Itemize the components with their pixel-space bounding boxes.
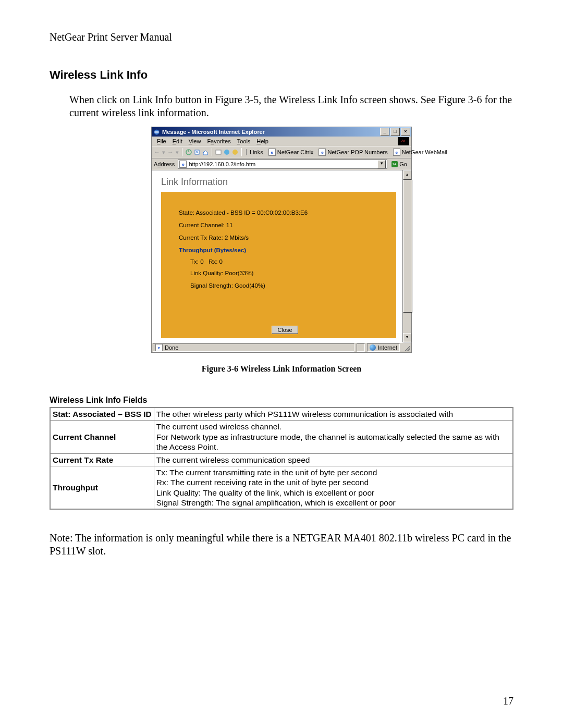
forward-button[interactable]: →: [167, 148, 174, 156]
field-label: Throughput: [50, 466, 154, 509]
vertical-scrollbar[interactable]: ▴ ▾: [402, 170, 411, 342]
page-icon: e: [268, 149, 276, 156]
status-message: e Done: [153, 343, 354, 352]
ie-brand-icon: [398, 137, 409, 145]
ie-menubar: File Edit View Favorites Tools Help: [152, 137, 411, 146]
menu-view[interactable]: View: [186, 138, 204, 144]
page-icon: e: [155, 344, 163, 351]
menu-help[interactable]: Help: [253, 138, 272, 144]
minimize-button[interactable]: _: [380, 128, 389, 136]
address-url: http://192.160.0.2/info.htm: [189, 161, 375, 167]
globe-icon: [370, 344, 376, 351]
field-desc: Tx: The current transmitting rate in the…: [154, 466, 513, 509]
maximize-button[interactable]: □: [390, 128, 400, 136]
go-button[interactable]: ↪ Go: [389, 160, 409, 168]
menu-file[interactable]: File: [154, 138, 169, 144]
signal-strength-line: Signal Strength: Good(40%): [179, 282, 391, 289]
table-row: Stat: Associated – BSS ID The other wire…: [50, 408, 513, 421]
home-button[interactable]: [202, 148, 209, 156]
ie-app-icon: [153, 128, 160, 135]
svg-point-7: [232, 150, 238, 155]
menu-favorites[interactable]: Favorites: [204, 138, 234, 144]
stop-button[interactable]: [186, 148, 192, 156]
close-button[interactable]: Close: [272, 326, 298, 334]
page-icon: e: [393, 149, 400, 156]
ie-window-title: Message - Microsoft Internet Explorer: [162, 129, 265, 135]
field-label: Current Tx Rate: [50, 453, 154, 466]
document-header: NetGear Print Server Manual: [50, 31, 513, 43]
page-body: Link Information State: Associated - BSS…: [152, 170, 402, 342]
page-icon: e: [319, 149, 326, 156]
scroll-down-button[interactable]: ▾: [403, 333, 411, 342]
status-zone: Internet: [367, 343, 400, 352]
close-window-button[interactable]: ×: [401, 128, 410, 136]
go-arrow-icon: ↪: [391, 161, 398, 167]
scroll-thumb[interactable]: [403, 180, 412, 313]
menu-tools[interactable]: Tools: [234, 138, 254, 144]
history-button[interactable]: [232, 148, 238, 156]
page-heading: Link Information: [161, 177, 396, 188]
status-spacer: [357, 343, 365, 352]
field-desc: The current wireless communication speed: [154, 453, 513, 466]
svg-rect-5: [216, 150, 221, 154]
ie-titlebar: Message - Microsoft Internet Explorer _ …: [152, 127, 411, 137]
field-desc: The other wireless party which PS111W wi…: [154, 408, 513, 421]
table-row: Throughput Tx: The current transmitting …: [50, 466, 513, 509]
ie-toolbar: ← ▾ → ▾ Links eNetGear Citrix eNetGear P…: [152, 146, 411, 158]
field-label: Current Channel: [50, 421, 154, 453]
fields-table: Stat: Associated – BSS ID The other wire…: [50, 407, 513, 510]
back-button[interactable]: ←: [154, 148, 160, 156]
ie-address-row: Address e http://192.160.0.2/info.htm ▼ …: [152, 158, 411, 170]
favlink-citrix[interactable]: eNetGear Citrix: [268, 149, 314, 156]
figure-screenshot: Message - Microsoft Internet Explorer _ …: [151, 127, 412, 374]
table-row: Current Channel The current used wireles…: [50, 421, 513, 453]
field-label: Stat: Associated – BSS ID: [50, 408, 154, 421]
state-line: State: Associated - BSS ID = 00:C0:02:00…: [179, 209, 391, 216]
search-button[interactable]: [215, 148, 222, 156]
ie-statusbar: e Done Internet: [152, 342, 411, 352]
ie-content-area: Link Information State: Associated - BSS…: [152, 170, 411, 342]
svg-point-6: [224, 150, 229, 155]
txrx-line: Tx: 0 Rx: 0: [179, 258, 391, 265]
address-label: Address: [154, 161, 176, 167]
refresh-button[interactable]: [194, 148, 200, 156]
field-desc: The current used wireless channel.For Ne…: [154, 421, 513, 453]
link-info-panel: State: Associated - BSS ID = 00:C0:02:00…: [161, 192, 396, 338]
ie-window: Message - Microsoft Internet Explorer _ …: [151, 127, 412, 353]
menu-edit[interactable]: Edit: [169, 138, 186, 144]
channel-line: Current Channel: 11: [179, 222, 391, 228]
address-dropdown-button[interactable]: ▼: [377, 160, 386, 168]
scroll-track[interactable]: [403, 180, 411, 333]
note-paragraph: Note: The information is only meaningful…: [50, 532, 513, 558]
address-input[interactable]: e http://192.160.0.2/info.htm ▼: [178, 159, 387, 169]
scroll-up-button[interactable]: ▴: [403, 170, 411, 180]
resize-grip[interactable]: [403, 344, 410, 351]
favlink-pop[interactable]: eNetGear POP Numbers: [319, 149, 387, 156]
txrate-line: Current Tx Rate: 2 Mbits/s: [179, 235, 391, 241]
favorites-button[interactable]: [224, 148, 230, 156]
fields-table-heading: Wireless Link Info Fields: [50, 396, 513, 405]
figure-caption: Figure 3-6 Wireless Link Information Scr…: [151, 364, 412, 374]
links-label: Links: [246, 149, 263, 155]
page-number: 17: [503, 695, 513, 707]
table-row: Current Tx Rate The current wireless com…: [50, 453, 513, 466]
section-title: Wireless Link Info: [50, 68, 513, 82]
link-quality-line: Link Quality: Poor(33%): [179, 270, 391, 276]
intro-paragraph: When click on Link Info button in Figure…: [50, 93, 513, 119]
throughput-heading: Throughput (Bytes/sec): [179, 247, 391, 253]
page-icon: e: [179, 161, 187, 168]
favlink-webmail[interactable]: eNetGear WebMail: [393, 149, 447, 156]
